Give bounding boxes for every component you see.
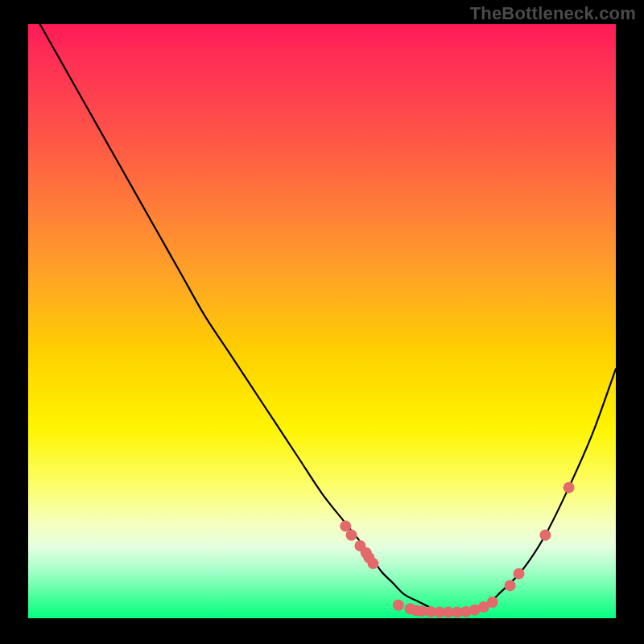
marker-point	[514, 568, 525, 580]
data-markers	[340, 482, 574, 618]
marker-point	[487, 597, 498, 608]
bottleneck-curve	[40, 24, 616, 613]
marker-point	[564, 482, 575, 493]
plot-svg-layer	[28, 24, 616, 618]
chart-frame: TheBottleneck.com	[0, 0, 644, 644]
marker-point	[393, 600, 404, 611]
plot-svg	[28, 24, 616, 618]
plot-area	[28, 24, 616, 618]
watermark-text: TheBottleneck.com	[470, 3, 636, 24]
marker-point	[346, 530, 357, 541]
marker-point	[505, 580, 516, 591]
marker-point	[368, 558, 379, 569]
curve-path	[40, 24, 616, 613]
marker-point	[539, 530, 551, 541]
